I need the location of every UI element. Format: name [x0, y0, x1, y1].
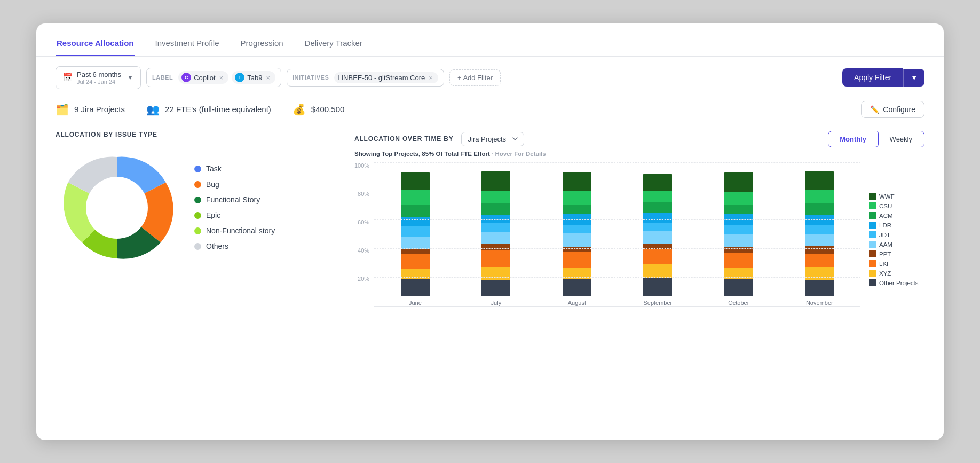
budget-stat: 💰 $400,500 — [293, 103, 345, 116]
legend-color-ldr — [869, 222, 876, 229]
initiatives-prefix: INITIATIVES — [293, 74, 329, 81]
ftes-stat: 👥 22 FTE's (full-time equivalent) — [146, 103, 271, 116]
legend-dot-functional — [194, 197, 201, 203]
bar-label-october: October — [728, 300, 749, 306]
jira-projects-select[interactable]: Jira Projects — [461, 132, 524, 146]
bar-seg-june-acm — [401, 205, 430, 217]
edit-icon: ✏️ — [870, 105, 879, 114]
legend-color-lki — [869, 260, 876, 267]
apply-filter-group: Apply Filter ▼ — [842, 68, 924, 87]
legend-color-jdt — [869, 231, 876, 238]
bar-november: November — [784, 162, 855, 306]
legend-other-projects: Other Projects — [869, 279, 924, 286]
legend-label-lki: LKI — [879, 261, 888, 267]
chart-header: ALLOCATION OVER TIME BY Jira Projects Mo… — [354, 131, 924, 147]
tab-resource-allocation[interactable]: Resource Allocation — [56, 38, 135, 56]
legend-nonfunctional: Non-Functional story — [194, 226, 275, 235]
initiatives-filter-group: INITIATIVES LINBEE-50 - gitStream Core × — [287, 69, 444, 87]
legend-label-xyz: XYZ — [879, 270, 891, 277]
legend-ppt: PPT — [869, 250, 924, 257]
time-toggle-group: Monthly Weekly — [828, 131, 924, 147]
legend-label-others: Others — [206, 242, 228, 250]
legend-dot-epic — [194, 212, 201, 219]
initiatives-chip[interactable]: LINBEE-50 - gitStream Core × — [334, 72, 438, 83]
bar-label-august: August — [568, 300, 586, 306]
bar-seg-june-ppt — [401, 249, 430, 254]
bar-seg-june-other — [401, 279, 430, 296]
tab9-avatar: T — [235, 73, 244, 82]
legend-xyz: XYZ — [869, 270, 924, 277]
bar-stack-november — [805, 171, 834, 296]
tab9-chip-remove[interactable]: × — [266, 74, 270, 81]
legend-color-xyz — [869, 270, 876, 277]
calendar-icon: 📅 — [63, 73, 73, 82]
projects-stat: 🗂️ 9 Jira Projects — [56, 103, 125, 116]
bars-row: June — [374, 162, 860, 307]
weekly-toggle[interactable]: Weekly — [878, 131, 924, 147]
date-picker[interactable]: 📅 Past 6 months Jul 24 - Jan 24 ▼ — [56, 66, 141, 89]
copilot-chip[interactable]: C Copilot × — [178, 71, 228, 84]
copilot-chip-remove[interactable]: × — [219, 74, 224, 81]
legend-label-acm: ACM — [879, 213, 893, 219]
filter-bar: 📅 Past 6 months Jul 24 - Jan 24 ▼ LABEL … — [36, 57, 944, 89]
donut-legend: Task Bug Functional Story Epic — [194, 164, 275, 250]
tab9-chip[interactable]: T Tab9 × — [232, 71, 275, 84]
monthly-toggle[interactable]: Monthly — [828, 131, 879, 147]
date-range-label: Past 6 months — [77, 70, 121, 79]
bar-stack-july — [481, 171, 510, 296]
apply-filter-caret[interactable]: ▼ — [903, 69, 924, 87]
tab-progression[interactable]: Progression — [240, 38, 284, 56]
legend-label-bug: Bug — [206, 180, 219, 189]
bar-chart-area: 100% 80% 60% 40% 20% — [354, 162, 924, 317]
bar-seg-june-xyz — [401, 269, 430, 279]
legend-label-jdt: JDT — [879, 232, 890, 238]
legend-label-nonfunctional: Non-Functional story — [206, 226, 275, 235]
legend-jdt: JDT — [869, 231, 924, 238]
label-prefix: LABEL — [152, 74, 173, 81]
legend-lki: LKI — [869, 260, 924, 267]
legend-color-aam — [869, 241, 876, 248]
configure-label: Configure — [883, 105, 915, 114]
stats-row: 🗂️ 9 Jira Projects 👥 22 FTE's (full-time… — [36, 89, 944, 118]
legend-task: Task — [194, 164, 275, 173]
copilot-chip-label: Copilot — [194, 74, 215, 82]
donut-hole — [86, 177, 148, 239]
legend-dot-bug — [194, 181, 201, 188]
tab-bar: Resource Allocation Investment Profile P… — [36, 23, 944, 57]
tab-investment-profile[interactable]: Investment Profile — [154, 38, 220, 56]
initiatives-chip-remove[interactable]: × — [429, 74, 433, 81]
bar-label-september: September — [643, 300, 672, 306]
date-range-sub: Jul 24 - Jan 24 — [77, 79, 121, 85]
legend-dot-nonfunctional — [194, 227, 201, 234]
legend-aam: AAM — [869, 241, 924, 248]
legend-color-wwf — [869, 193, 876, 200]
donut-chart — [56, 149, 178, 266]
bar-label-november: November — [806, 300, 833, 306]
legend-color-csu — [869, 202, 876, 209]
legend-label-epic: Epic — [206, 211, 220, 219]
bar-seg-june-jdt — [401, 226, 430, 237]
apply-filter-button[interactable]: Apply Filter — [842, 68, 903, 87]
bar-chart-legend: WWF CSU ACM LDR — [860, 162, 924, 317]
bar-october: October — [703, 162, 774, 306]
initiatives-chip-label: LINBEE-50 - gitStream Core — [337, 74, 425, 82]
main-card: Resource Allocation Investment Profile P… — [36, 23, 944, 440]
bar-seg-june-aam — [401, 237, 430, 249]
main-content: ALLOCATION BY ISSUE TYPE — [36, 118, 944, 328]
tab-delivery-tracker[interactable]: Delivery Tracker — [304, 38, 363, 56]
projects-count: 9 Jira Projects — [74, 105, 125, 114]
bar-label-june: June — [409, 300, 422, 306]
donut-section-title: ALLOCATION BY ISSUE TYPE — [56, 131, 354, 138]
tab9-chip-label: Tab9 — [247, 74, 262, 82]
copilot-avatar: C — [181, 73, 191, 82]
bar-july: July — [461, 162, 532, 306]
legend-dot-task — [194, 166, 201, 172]
bar-stack-august — [563, 172, 591, 296]
legend-label-csu: CSU — [879, 203, 892, 209]
bar-june: June — [380, 162, 451, 306]
y-axis: 100% 80% 60% 40% 20% — [354, 162, 374, 317]
legend-label-other: Other Projects — [879, 280, 919, 286]
configure-button[interactable]: ✏️ Configure — [861, 101, 924, 118]
legend-color-other — [869, 279, 876, 286]
add-filter-button[interactable]: + Add Filter — [449, 69, 501, 86]
